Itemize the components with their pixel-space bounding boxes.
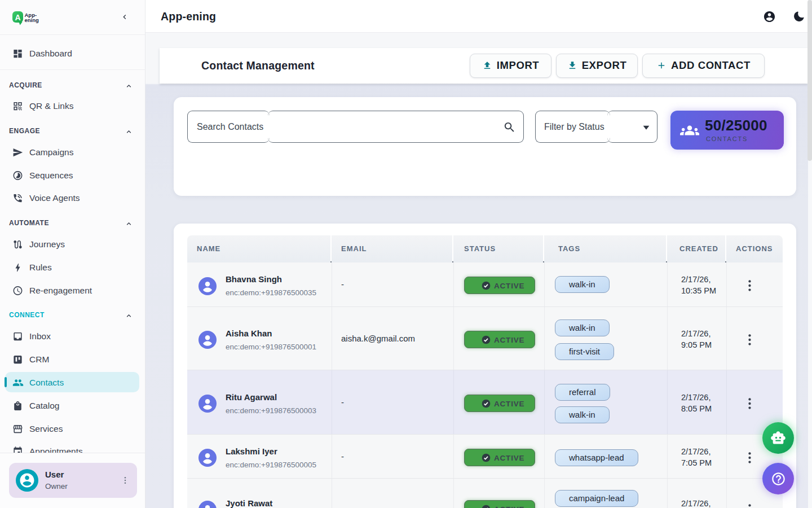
svg-text:A: A — [15, 13, 20, 22]
